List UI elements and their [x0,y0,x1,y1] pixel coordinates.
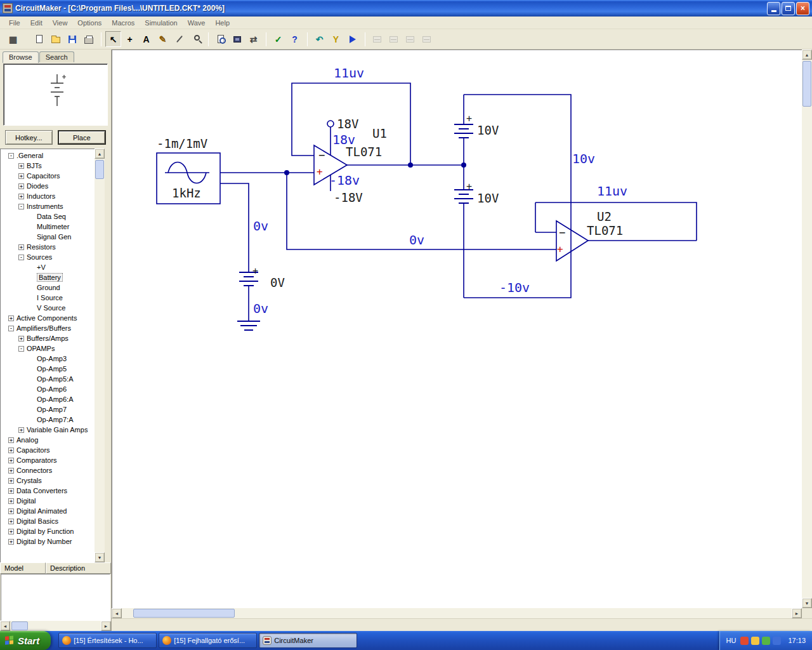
taskbar-task[interactable]: [15] Fejhallgató erősí... [159,633,257,648]
messenger-icon[interactable] [762,637,770,645]
plus-tool-button[interactable]: + [122,31,138,47]
expand-icon[interactable]: + [8,468,14,474]
tree-item[interactable]: -Amplifiers/Buffers [1,323,95,333]
menu-simulation[interactable]: Simulation [140,18,182,28]
place-button[interactable]: Place [58,130,107,145]
expand-icon[interactable]: + [8,478,14,484]
collapse-icon[interactable]: - [8,153,14,159]
tree-item[interactable]: +Digital by Function [1,526,95,536]
tree-item[interactable]: V Source [1,303,95,313]
volume-icon[interactable] [751,637,759,645]
scroll-thumb[interactable] [95,160,104,179]
tree-item[interactable]: +V [1,262,95,272]
text-tool-button[interactable]: A [138,31,154,47]
close-button[interactable]: × [796,2,809,15]
expand-icon[interactable]: + [18,183,24,189]
expand-icon[interactable]: + [8,315,14,321]
expand-icon[interactable]: + [18,173,24,179]
print-button[interactable] [81,31,96,47]
tree-item[interactable]: +BJTs [1,161,95,171]
taskbar-task[interactable]: [15] Értesítések - Ho... [58,633,157,648]
expand-icon[interactable]: + [8,529,14,534]
tree-item[interactable]: Op-Amp5 [1,364,95,374]
scroll-right-button[interactable]: ► [101,621,111,631]
menu-help[interactable]: Help [210,18,235,28]
canvas-hscrollbar[interactable]: ◄ ► [112,608,802,618]
tree-item[interactable]: +Connectors [1,465,95,475]
network-icon[interactable] [773,637,781,645]
sidebar-hscrollbar[interactable]: ◄ ► [0,621,111,631]
open-button[interactable] [48,31,63,47]
collapse-icon[interactable]: - [18,204,24,209]
start-button[interactable]: Start [0,631,51,650]
scroll-track[interactable] [122,608,792,618]
tree-scrollbar[interactable]: ▲ ▼ [95,149,105,562]
scroll-thumb[interactable] [133,609,235,618]
menu-options[interactable]: Options [72,18,107,28]
tab-browse[interactable]: Browse [3,51,39,63]
tree-item[interactable]: +Inductors [1,191,95,201]
scroll-thumb[interactable] [11,621,28,630]
tree-item[interactable]: +Analog [1,435,95,445]
tree-item[interactable]: +Digital Basics [1,516,95,526]
tree-item[interactable]: -Instruments [1,201,95,211]
delete-tool-button[interactable] [171,31,187,47]
expand-icon[interactable]: + [8,519,14,524]
tree-item[interactable]: +Digital by Number [1,536,95,547]
tree-item[interactable]: +Buffers/Amps [1,333,95,343]
model-tab[interactable]: Model [0,562,46,574]
menu-file[interactable]: File [4,18,25,28]
tree-item[interactable]: +Digital [1,496,95,506]
find-part-button[interactable] [213,31,228,47]
tree-item[interactable]: -Sources [1,252,95,262]
tree-item[interactable]: +Active Components [1,313,95,323]
digital-mode-button[interactable] [229,31,245,47]
tree-item[interactable]: +Resistors [1,242,95,252]
collapse-icon[interactable]: - [8,326,14,331]
tree-item[interactable]: -.General [1,150,95,161]
browse-toggle-button[interactable]: ▦ [5,31,21,47]
tree-item[interactable]: Op-Amp7:A [1,415,95,425]
tree-item[interactable]: +Data Converters [1,486,95,496]
scroll-left-button[interactable]: ◄ [112,608,122,618]
language-indicator[interactable]: HU [726,637,737,644]
reset-button[interactable]: ↶ [311,31,327,47]
scroll-up-button[interactable]: ▲ [95,149,105,159]
tree-item[interactable]: +Crystals [1,475,95,486]
tree-item[interactable]: Data Seq [1,211,95,222]
probe-button[interactable]: Y [328,31,344,47]
wire-tool-button[interactable]: ✎ [155,31,171,47]
tree-item[interactable]: Signal Gen [1,232,95,242]
scroll-thumb[interactable] [802,61,811,107]
scroll-right-button[interactable]: ► [792,608,802,618]
expand-icon[interactable]: + [8,488,14,494]
restore-button[interactable] [782,2,795,15]
scroll-up-button[interactable]: ▲ [802,50,812,60]
tree-item[interactable]: Battery [1,272,95,282]
scroll-down-button[interactable]: ▼ [95,552,105,562]
scroll-down-button[interactable]: ▼ [802,598,812,608]
new-button[interactable] [31,31,47,47]
collapse-icon[interactable]: - [18,255,24,260]
expand-icon[interactable]: + [8,498,14,504]
tree-item[interactable]: -OPAMPs [1,343,95,354]
expand-icon[interactable]: + [18,244,24,250]
tab-search[interactable]: Search [39,51,74,62]
tree-item[interactable]: Op-Amp6 [1,384,95,394]
tree-item[interactable]: Op-Amp3 [1,354,95,364]
scroll-track[interactable] [95,159,105,552]
expand-icon[interactable]: + [18,163,24,169]
tree-item[interactable]: Op-Amp7 [1,404,95,415]
collapse-icon[interactable]: - [18,346,24,352]
menu-edit[interactable]: Edit [25,18,48,28]
cursor-tool-button[interactable]: ↖ [105,31,121,47]
tree-item[interactable]: Op-Amp6:A [1,394,95,404]
tree-item[interactable]: Op-Amp5:A [1,374,95,384]
antivirus-icon[interactable] [740,637,749,645]
expand-icon[interactable]: + [18,194,24,199]
taskbar-task[interactable]: CircuitMaker [259,633,357,648]
menu-view[interactable]: View [48,18,73,28]
menu-wave[interactable]: Wave [183,18,211,28]
tree-item[interactable]: Multimeter [1,222,95,232]
scroll-left-button[interactable]: ◄ [0,621,10,631]
